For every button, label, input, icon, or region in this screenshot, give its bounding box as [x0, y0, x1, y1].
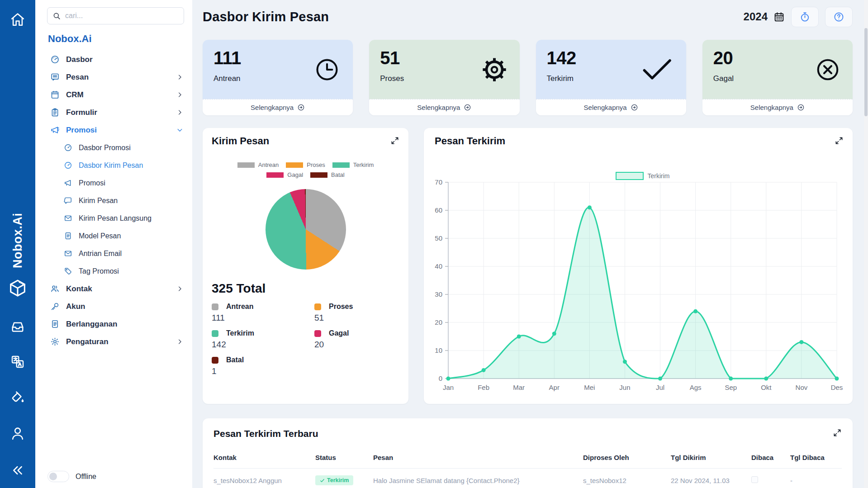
legend-label: Gagal [287, 171, 303, 178]
sidebar-item-label: Pengaturan [66, 337, 109, 346]
blue-rail: Nobox.Ai [0, 0, 35, 488]
sidebar-item-dasbor[interactable]: Dasbor [35, 51, 192, 68]
rail-brand-vertical: Nobox.Ai [11, 194, 25, 268]
sidebar-item-akun[interactable]: Akun [35, 298, 192, 315]
legend-label: Batal [331, 171, 345, 178]
document-icon [64, 232, 72, 240]
dibaca-checkbox[interactable] [751, 476, 758, 483]
nobox-logo-icon[interactable] [7, 278, 28, 298]
home-icon[interactable] [10, 12, 25, 27]
x-tick-label: Jan [443, 384, 454, 391]
paint-icon[interactable] [9, 389, 26, 405]
more-label: Selengkapnya [750, 104, 793, 111]
charts-row: Kirim Pesan Antrean Proses Terkirim Gaga… [203, 128, 853, 404]
sidebar-item-pesan[interactable]: Pesan [35, 68, 192, 86]
x-tick-label: Des [831, 384, 843, 391]
message-icon [50, 72, 60, 82]
sidebar-item-label: Antrian Email [79, 250, 122, 258]
toggle-knob [49, 473, 57, 480]
sidebar-item-pengaturan[interactable]: Pengaturan [35, 333, 192, 351]
y-tick-label: 10 [435, 346, 442, 354]
chevron-down-icon [176, 127, 183, 133]
cell-pesan: Halo Jasmine SElamat datang {Contact.Pho… [373, 477, 583, 484]
x-tick-label: Jul [656, 384, 664, 391]
table-title: Pesan Terkirim Terbaru [213, 428, 842, 439]
sidebar-subitem-dasbor-promosi[interactable]: Dasbor Promosi [35, 139, 192, 156]
user-icon[interactable] [9, 425, 26, 441]
scrollbar-thumb[interactable] [864, 28, 868, 116]
stat-card-body: 20 Gagal [702, 40, 853, 99]
legend-item: Terkirim [332, 161, 374, 168]
gear-icon [50, 337, 60, 346]
page-scrollbar[interactable] [864, 0, 868, 488]
sidebar-item-label: Tag Promosi [79, 267, 119, 275]
offline-label: Offline [76, 473, 96, 481]
sidebar-item-formulir[interactable]: Formulir [35, 104, 192, 121]
inbox-icon[interactable] [9, 318, 26, 335]
sidebar-subitem-model-pesan[interactable]: Model Pesan [35, 227, 192, 245]
offline-toggle[interactable] [47, 471, 69, 482]
arrow-right-circle-icon [797, 104, 805, 111]
x-tick-label: Jun [619, 384, 630, 391]
sidebar-item-label: Promosi [79, 179, 105, 187]
people-icon [50, 284, 60, 294]
sidebar-item-promosi[interactable]: Promosi [35, 121, 192, 139]
year-value: 2024 [744, 10, 768, 23]
collapse-sidebar-icon[interactable] [10, 463, 25, 478]
expand-icon[interactable] [833, 428, 842, 437]
pie-legend-top: Antrean Proses Terkirim Gagal Batal [212, 161, 399, 178]
stat-more-link[interactable]: Selengkapnya [203, 99, 353, 115]
y-tick-label: 70 [435, 178, 442, 186]
legend-label: Antrean [258, 161, 279, 168]
sidebar-item-crm[interactable]: CRM [35, 86, 192, 104]
megaphone-icon [50, 125, 60, 135]
megaphone-icon [64, 179, 72, 187]
pie-chart [266, 189, 346, 270]
cell-diproses-oleh: s_tesNobox12 [583, 477, 671, 484]
translate-icon[interactable] [9, 354, 26, 370]
pesan-terkirim-terbaru-card: Pesan Terkirim Terbaru Kontak Status Pes… [203, 418, 853, 488]
sidebar-item-label: Kirim Pesan [79, 197, 118, 205]
x-tick-label: Feb [478, 384, 489, 391]
status-label: Terkirim [327, 477, 349, 483]
x-tick-label: Apr [549, 384, 560, 391]
speedometer-icon [64, 143, 72, 152]
y-tick-label: 0 [439, 374, 442, 382]
legend-swatch [332, 162, 350, 168]
x-tick-label: Mei [584, 384, 595, 391]
sidebar-item-kontak[interactable]: Kontak [35, 280, 192, 298]
sidebar-item-berlangganan[interactable]: Berlangganan [35, 315, 192, 333]
data-point [799, 340, 803, 344]
year-picker[interactable]: 2024 [744, 10, 785, 23]
sidebar-item-label: Akun [66, 302, 85, 311]
expand-icon[interactable] [390, 136, 399, 145]
sidebar-item-label: Dasbor Promosi [79, 144, 131, 152]
breakdown-value: 111 [212, 313, 314, 323]
search-input[interactable] [65, 12, 179, 20]
legend-swatch [286, 162, 303, 168]
sidebar-subitem-promosi[interactable]: Promosi [35, 174, 192, 192]
sidebar-subitem-dasbor-kirim-pesan[interactable]: Dasbor Kirim Pesan [35, 156, 192, 174]
stat-more-link[interactable]: Selengkapnya [702, 99, 853, 115]
legend-swatch [314, 303, 321, 310]
y-tick-label: 30 [435, 290, 442, 298]
sidebar-subitem-kirim-pesan-langsung[interactable]: Kirim Pesan Langsung [35, 209, 192, 227]
card-title: Kirim Pesan [212, 128, 399, 147]
sidebar-subitem-tag-promosi[interactable]: Tag Promosi [35, 262, 192, 280]
timer-button[interactable] [791, 7, 819, 27]
data-point [764, 377, 768, 381]
stopwatch-icon [799, 11, 811, 23]
more-label: Selengkapnya [417, 104, 460, 111]
data-point [517, 335, 521, 339]
data-point [835, 377, 839, 381]
legend-swatch [212, 330, 218, 337]
help-button[interactable] [825, 7, 853, 27]
column-header: Diproses Oleh [583, 454, 671, 461]
chat-bubble-icon [64, 196, 72, 205]
stat-more-link[interactable]: Selengkapnya [369, 99, 519, 115]
crm-icon [50, 90, 60, 99]
sidebar-subitem-antrian-email[interactable]: Antrian Email [35, 245, 192, 262]
sidebar-subitem-kirim-pesan[interactable]: Kirim Pesan [35, 192, 192, 209]
cell-tgl-dikirim: 22 Nov 2024, 11.03 [671, 477, 751, 484]
stat-more-link[interactable]: Selengkapnya [536, 99, 686, 115]
